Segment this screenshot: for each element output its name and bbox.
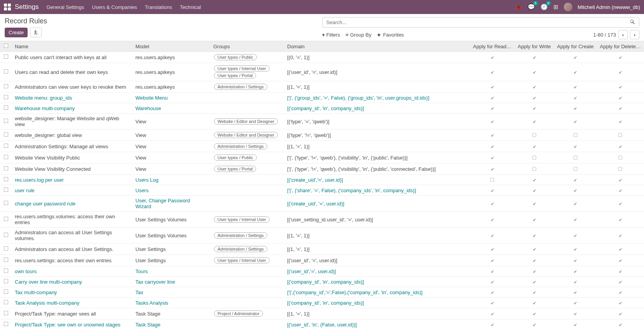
domain-link[interactable]: [('user_id', 'in', (False, user.id))] xyxy=(287,322,357,328)
cell-write[interactable]: ✔ xyxy=(515,277,554,287)
cell-read[interactable] xyxy=(470,175,515,185)
cell-create[interactable]: ✔ xyxy=(554,63,597,81)
table-row[interactable]: Administrators can access all User Setti… xyxy=(0,244,644,255)
domain-link[interactable]: [('company_id', 'in', company_ids)] xyxy=(287,105,364,111)
export-button[interactable] xyxy=(30,28,42,37)
cell-read[interactable]: ✔ xyxy=(470,52,515,63)
name-link[interactable]: Website menu: group_ids xyxy=(15,95,72,101)
cell-read[interactable]: ✔ xyxy=(470,298,515,308)
cell-delete[interactable]: ✔ xyxy=(597,63,644,81)
table-row[interactable]: user ruleUsers['|', ('share', '=', False… xyxy=(0,185,644,196)
domain-link[interactable]: ['|', ('group_ids', '=', False), ('group… xyxy=(287,95,429,101)
cell-write[interactable]: ✔ xyxy=(515,266,554,277)
row-checkbox[interactable] xyxy=(4,311,8,316)
cell-delete[interactable]: ✔ xyxy=(597,287,644,298)
name-link[interactable]: Warehouse multi-company xyxy=(15,105,75,111)
name-link[interactable]: Project/Task Type: see own or unowned st… xyxy=(15,322,120,328)
row-checkbox[interactable] xyxy=(4,201,8,205)
table-row[interactable]: res.users.settings.volumes: access their… xyxy=(0,212,644,228)
col-read[interactable]: Apply for Read… xyxy=(470,41,515,52)
cell-write[interactable]: ✔ xyxy=(515,103,554,114)
cell-create[interactable]: ✔ xyxy=(554,196,597,212)
cell-read[interactable]: ✔ xyxy=(470,308,515,319)
filters-toggle[interactable]: ▾ Filters xyxy=(322,32,340,38)
cell-write[interactable]: ✔ xyxy=(515,175,554,185)
favorites-toggle[interactable]: ★ Favorites xyxy=(377,32,404,38)
row-checkbox[interactable] xyxy=(4,95,8,100)
cell-create[interactable] xyxy=(554,152,597,163)
name-link[interactable]: Task Analysis multi-company xyxy=(15,300,79,306)
group-tag[interactable]: User types / Portal xyxy=(214,166,256,172)
cell-read[interactable]: ✔ xyxy=(470,228,515,244)
cell-create[interactable]: ✔ xyxy=(554,175,597,185)
row-checkbox[interactable] xyxy=(4,177,8,182)
group-tag[interactable]: Administration / Settings xyxy=(214,143,267,149)
col-create[interactable]: Apply for Create xyxy=(554,41,597,52)
cell-create[interactable]: ✔ xyxy=(554,298,597,308)
cell-read[interactable]: ✔ xyxy=(470,185,515,196)
cell-write[interactable] xyxy=(515,130,554,141)
cell-write[interactable] xyxy=(515,152,554,163)
group-tag[interactable]: User types / Internal User xyxy=(214,216,270,223)
cell-write[interactable]: ✔ xyxy=(515,81,554,93)
cell-delete[interactable]: ✔ xyxy=(597,319,644,328)
cell-delete[interactable]: ✔ xyxy=(597,52,644,63)
row-checkbox[interactable] xyxy=(4,105,8,110)
cell-read[interactable]: ✔ xyxy=(470,93,515,103)
cell-create[interactable]: ✔ xyxy=(554,277,597,287)
table-row[interactable]: Website View Visibility PublicViewUser t… xyxy=(0,152,644,163)
row-checkbox[interactable] xyxy=(4,289,8,294)
col-domain[interactable]: Domain xyxy=(284,41,470,52)
nav-general[interactable]: General Settings xyxy=(46,4,84,10)
domain-link[interactable]: [('company_id', 'in', company_ids)] xyxy=(287,279,364,285)
cell-create[interactable]: ✔ xyxy=(554,185,597,196)
row-checkbox[interactable] xyxy=(4,300,8,305)
cell-delete[interactable]: ✔ xyxy=(597,81,644,93)
cell-delete[interactable]: ✔ xyxy=(597,103,644,114)
cell-delete[interactable]: ✔ xyxy=(597,298,644,308)
cell-write[interactable]: ✔ xyxy=(515,319,554,328)
apps-icon[interactable] xyxy=(4,4,11,11)
model-link[interactable]: Users xyxy=(135,188,149,193)
cell-delete[interactable]: ✔ xyxy=(597,228,644,244)
model-link[interactable]: Tax xyxy=(135,289,143,295)
cell-write[interactable]: ✔ xyxy=(515,196,554,212)
cell-read[interactable]: ✔ xyxy=(470,319,515,328)
nav-technical[interactable]: Technical xyxy=(180,4,201,10)
domain-link[interactable]: [('user_id','=', user.id)] xyxy=(287,268,336,274)
cell-create[interactable]: ✔ xyxy=(554,52,597,63)
nav-translations[interactable]: Translations xyxy=(145,4,172,10)
group-tag[interactable]: Administration / Settings xyxy=(214,232,267,239)
col-name[interactable]: Name xyxy=(12,41,132,52)
cell-delete[interactable]: ✔ xyxy=(597,114,644,130)
table-row[interactable]: Users can read and delete their own keys… xyxy=(0,63,644,81)
col-groups[interactable]: Groups xyxy=(210,41,284,52)
table-row[interactable]: Website menu: group_idsWebsite Menu['|',… xyxy=(0,93,644,103)
avatar[interactable] xyxy=(564,3,572,11)
cell-read[interactable]: ✔ xyxy=(470,266,515,277)
row-checkbox[interactable] xyxy=(4,144,8,148)
group-tag[interactable]: User types / Portal xyxy=(214,72,256,79)
row-checkbox[interactable] xyxy=(4,322,8,326)
cell-delete[interactable]: ✔ xyxy=(597,141,644,152)
cell-write[interactable]: ✔ xyxy=(515,298,554,308)
row-checkbox[interactable] xyxy=(4,217,8,221)
domain-link[interactable]: [('company_id', 'in', company_ids)] xyxy=(287,300,364,306)
groupby-toggle[interactable]: ≡ Group By xyxy=(346,32,372,38)
name-link[interactable]: change user password rule xyxy=(15,201,75,207)
table-row[interactable]: Carry over line multi-companyTax carryov… xyxy=(0,277,644,287)
cell-delete[interactable]: ✔ xyxy=(597,244,644,255)
table-row[interactable]: change user password ruleUser, Change Pa… xyxy=(0,196,644,212)
cell-write[interactable]: ✔ xyxy=(515,244,554,255)
cell-write[interactable]: ✔ xyxy=(515,93,554,103)
cell-delete[interactable]: ✔ xyxy=(597,212,644,228)
cell-write[interactable]: ✔ xyxy=(515,308,554,319)
table-row[interactable]: Tax multi-companyTax['|',('company_id','… xyxy=(0,287,644,298)
cell-create[interactable] xyxy=(554,163,597,175)
cell-read[interactable]: ✔ xyxy=(470,212,515,228)
group-tag[interactable]: User types / Internal User xyxy=(214,257,270,263)
group-tag[interactable]: User types / Internal User xyxy=(214,65,270,72)
group-tag[interactable]: User types / Public xyxy=(214,154,257,161)
cell-read[interactable]: ✔ xyxy=(470,81,515,93)
messaging-icon[interactable]: 💬5 xyxy=(528,4,535,11)
